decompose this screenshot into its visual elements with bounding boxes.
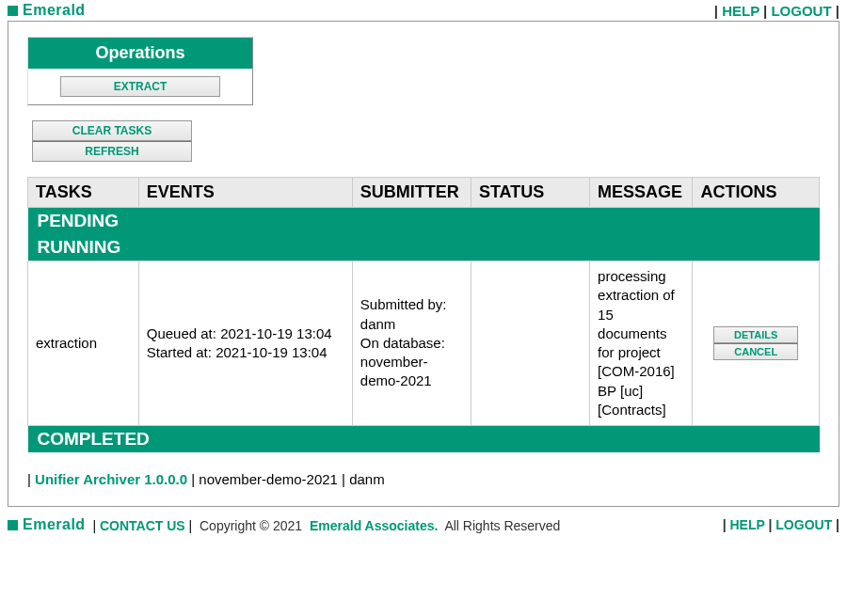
cancel-button[interactable]: CANCEL bbox=[713, 343, 798, 360]
square-icon bbox=[8, 520, 18, 530]
square-icon bbox=[8, 6, 18, 16]
help-link-bottom[interactable]: HELP bbox=[730, 517, 765, 532]
product-version: 1.0.0.0 bbox=[144, 471, 187, 487]
brand-text: Emerald bbox=[23, 2, 86, 19]
bottom-bar: Emerald | CONTACT US | Copyright © 2021 … bbox=[0, 513, 847, 537]
section-completed: COMPLETED bbox=[28, 426, 820, 453]
product-name: Unifier Archiver bbox=[35, 471, 140, 487]
top-links: | HELP | LOGOUT | bbox=[714, 3, 839, 19]
cell-actions: DETAILS CANCEL bbox=[693, 261, 820, 426]
footer-info: | Unifier Archiver 1.0.0.0 | november-de… bbox=[27, 471, 839, 487]
col-events: EVENTS bbox=[138, 178, 352, 208]
extract-button[interactable]: EXTRACT bbox=[60, 76, 220, 97]
col-tasks: TASKS bbox=[28, 178, 139, 208]
col-submitter: SUBMITTER bbox=[352, 178, 471, 208]
col-status: STATUS bbox=[471, 178, 589, 208]
cell-submitter: Submitted by: danm On database: november… bbox=[352, 261, 471, 426]
help-link[interactable]: HELP bbox=[722, 3, 759, 19]
contact-us-link[interactable]: CONTACT US bbox=[100, 518, 185, 533]
section-completed-label: COMPLETED bbox=[28, 426, 820, 453]
main-panel: Operations EXTRACT CLEAR TASKS REFRESH T… bbox=[8, 21, 839, 507]
section-running: RUNNING bbox=[28, 234, 820, 261]
refresh-button[interactable]: REFRESH bbox=[32, 141, 192, 162]
bottom-left: Emerald | CONTACT US | Copyright © 2021 … bbox=[8, 516, 560, 533]
table-row: extraction Queued at: 2021-10-19 13:04 S… bbox=[28, 261, 820, 426]
clear-tasks-button[interactable]: CLEAR TASKS bbox=[32, 120, 192, 141]
utility-buttons: CLEAR TASKS REFRESH bbox=[27, 120, 197, 162]
cell-message: processing extraction of 15 documents fo… bbox=[590, 261, 693, 426]
col-message: MESSAGE bbox=[590, 178, 693, 208]
operations-header: Operations bbox=[28, 38, 252, 69]
section-pending: PENDING bbox=[28, 208, 820, 235]
logout-link-bottom[interactable]: LOGOUT bbox=[775, 517, 832, 532]
logout-link[interactable]: LOGOUT bbox=[771, 3, 831, 19]
cell-status bbox=[471, 261, 589, 426]
brand-logo: Emerald bbox=[8, 2, 86, 19]
footer-user: danm bbox=[349, 471, 385, 487]
details-button[interactable]: DETAILS bbox=[713, 326, 798, 343]
tasks-table: TASKS EVENTS SUBMITTER STATUS MESSAGE AC… bbox=[27, 177, 820, 452]
brand-logo-bottom: Emerald bbox=[8, 516, 86, 533]
copyright-text: Copyright © 2021 bbox=[200, 518, 302, 533]
col-actions: ACTIONS bbox=[693, 178, 820, 208]
rights-text: All Rights Reserved bbox=[444, 518, 560, 533]
associates-link[interactable]: Emerald Associates. bbox=[310, 518, 438, 533]
section-pending-label: PENDING bbox=[28, 208, 820, 235]
footer-db: november-demo-2021 bbox=[199, 471, 338, 487]
cell-events: Queued at: 2021-10-19 13:04 Started at: … bbox=[138, 261, 352, 426]
top-bar: Emerald | HELP | LOGOUT | bbox=[0, 0, 847, 21]
cell-task: extraction bbox=[28, 261, 139, 426]
section-running-label: RUNNING bbox=[28, 234, 820, 261]
operations-panel: Operations EXTRACT bbox=[27, 37, 253, 105]
table-header-row: TASKS EVENTS SUBMITTER STATUS MESSAGE AC… bbox=[28, 178, 820, 208]
bottom-links: | HELP | LOGOUT | bbox=[723, 517, 839, 532]
